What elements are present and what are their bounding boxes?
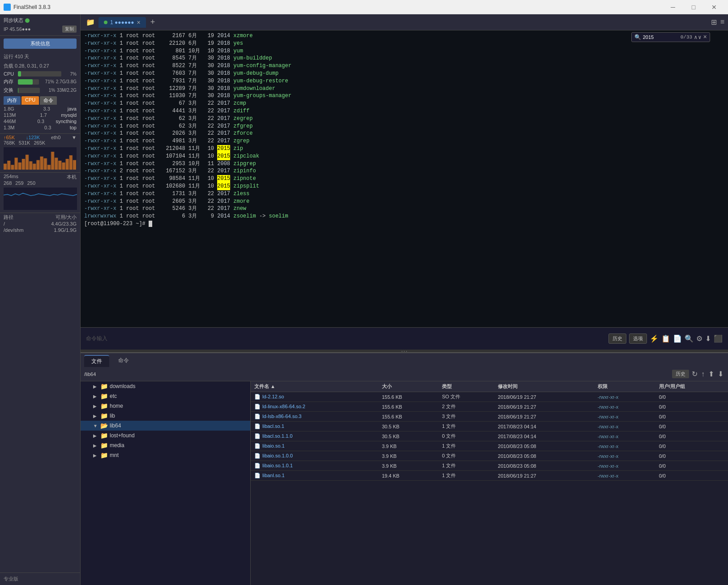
net-dropdown-icon[interactable]: ▼ [72, 135, 77, 140]
cell-owner: 0/0 [655, 392, 728, 402]
tab-close-button[interactable]: × [137, 19, 141, 26]
grid-view-icon[interactable]: ⊞ [711, 18, 717, 26]
col-type[interactable]: 类型 [438, 381, 494, 392]
folder-icon[interactable]: 📁 [84, 16, 97, 28]
tree-item-downloads[interactable]: ▶ 📁 downloads [81, 381, 250, 391]
table-row[interactable]: 📄libaio.so.1.0.0 3.9 KB 0 文件 2010/08/23 … [251, 451, 728, 461]
tree-item-lib64[interactable]: ▼ 📂 lib64 [81, 421, 250, 431]
command-actions: 历史 选项 ⚡ 📋 📄 🔍 ⚙ ⬇ ⬛ [608, 333, 723, 344]
settings-icon[interactable]: ⚙ [696, 334, 702, 343]
cell-modified: 2010/08/23 05:08 [494, 441, 594, 451]
cursor [149, 221, 152, 227]
minimize-button[interactable]: ─ [663, 0, 683, 14]
tree-item-lib[interactable]: ▶ 📁 lib [81, 411, 250, 421]
tab-cmd[interactable]: 命令 [40, 96, 57, 105]
cpu-label: CPU [4, 71, 16, 77]
latency-values: 268 259 250 [4, 180, 77, 186]
filename: yum-debug-restore [233, 77, 288, 85]
tree-item-mnt[interactable]: ▶ 📁 mnt [81, 450, 250, 460]
cell-size: 30.5 KB [378, 431, 438, 441]
download-icon[interactable]: ⬇ [705, 334, 711, 343]
table-row[interactable]: 📄libacl.so.1 30.5 KB 1 文件 2017/08/23 04:… [251, 422, 728, 431]
file-toolbar: /lib64 历史 ↻ ↑ ⬆ ⬇ [81, 367, 728, 381]
table-row[interactable]: 📄ld-linux-x86-64.so.2 155.6 KB 2 文件 2018… [251, 402, 728, 412]
terminal-line: -rwxr-xr-x 1 root root 2026 3月 22 2017 z… [84, 130, 724, 137]
cell-filename: 📄ld-2.12.so [251, 392, 378, 402]
table-row[interactable]: 📄ld-2.12.so 155.6 KB SO 文件 2018/06/19 21… [251, 392, 728, 402]
add-tab-button[interactable]: + [148, 17, 158, 28]
tab-cpu[interactable]: CPU [21, 96, 39, 105]
list-view-icon[interactable]: ≡ [720, 18, 724, 26]
terminal[interactable]: 🔍 0/33 ∧ ∨ × -rwxr-xr-x 1 root root 2167… [81, 30, 728, 327]
options-button[interactable]: 选项 [629, 333, 647, 344]
tree-arrow: ▶ [93, 433, 98, 438]
folder-open-icon: 📂 [100, 422, 108, 429]
swap-pct-value: 1% [42, 88, 55, 93]
maximize-button[interactable]: □ [683, 0, 704, 14]
cell-perms: -rwxr-xr-x [594, 392, 655, 402]
cell-size: 155.6 KB [378, 412, 438, 422]
col-filename[interactable]: 文件名 ▲ [251, 381, 378, 392]
tree-item-media[interactable]: ▶ 📁 media [81, 440, 250, 450]
lightning-icon[interactable]: ⚡ [650, 334, 659, 343]
cell-type: 1 文件 [438, 461, 494, 471]
terminal-line: -rwxr-xr-x 1 root root 2953 10月 11 2008 … [84, 160, 724, 168]
refresh-icon[interactable]: ↻ [691, 369, 698, 379]
col-owner[interactable]: 用户/用户组 [655, 381, 728, 392]
proc-item: 1.8G 3.3 java [4, 106, 77, 112]
cell-modified: 2018/06/19 21:27 [494, 392, 594, 402]
tree-arrow: ▶ [93, 404, 98, 409]
file-content: ▶ 📁 downloads ▶ 📁 etc ▶ [81, 381, 728, 585]
download-file-icon[interactable]: ⬇ [717, 369, 724, 379]
tab-mem[interactable]: 内存 [4, 96, 21, 105]
tab-commands[interactable]: 命令 [111, 355, 136, 367]
file-history-button[interactable]: 历史 [672, 370, 689, 378]
tab-files[interactable]: 文件 [84, 355, 109, 367]
cell-perms: -rwxr-xr-x [594, 471, 655, 481]
filename: zipcloak [233, 153, 259, 160]
folder-icon: 📁 [100, 452, 108, 459]
upload-icon[interactable]: ↑ [700, 369, 706, 379]
table-row[interactable]: 📄libanl.so.1 19.4 KB 1 文件 2018/06/19 21:… [251, 471, 728, 481]
copy-ip-button[interactable]: 复制 [62, 26, 77, 33]
search-close-button[interactable]: × [703, 34, 707, 41]
session-tab[interactable]: 1 ●●●●●● × [98, 17, 146, 28]
history-button[interactable]: 历史 [608, 333, 626, 344]
clipboard-icon[interactable]: 📋 [661, 334, 670, 343]
table-row[interactable]: 📄libaio.so.1 3.9 KB 1 文件 2010/08/23 05:0… [251, 441, 728, 451]
search-next[interactable]: ∨ [698, 34, 701, 41]
search-icon: 🔍 [634, 34, 641, 41]
cell-filename: 📄libacl.so.1.1.0 [251, 431, 378, 441]
search-prev[interactable]: ∧ [694, 34, 697, 41]
filename: zsoelim [233, 213, 256, 220]
cell-type: 1 文件 [438, 471, 494, 481]
col-perms[interactable]: 权限 [594, 381, 655, 392]
close-button[interactable]: ✕ [704, 0, 724, 14]
load-label: 负载 0.28, 0.31, 0.27 [0, 62, 80, 70]
filename: zgrep [233, 137, 249, 145]
command-input[interactable] [111, 336, 605, 342]
mem-row: 内存 71% 2.7G/3.8G [0, 77, 80, 86]
terminal-line: -rwxr-xr-x 1 root root 11030 7月 30 2018 … [84, 92, 724, 100]
table-row[interactable]: 📄ld-lsb-x86-64.so.3 155.6 KB 3 文件 2018/0… [251, 412, 728, 422]
col-size[interactable]: 大小 [378, 381, 438, 392]
col-modified[interactable]: 修改时间 [494, 381, 594, 392]
tree-item-etc[interactable]: ▶ 📁 etc [81, 391, 250, 401]
mem-size: 2.7G/3.8G [56, 79, 77, 84]
filename: yum-builddep [233, 55, 272, 62]
document-icon[interactable]: 📄 [673, 334, 682, 343]
window-icon[interactable]: ⬛ [714, 334, 723, 343]
terminal-line: -rwxr-xr-x 1 root root 107104 11月 10 201… [84, 153, 724, 160]
session-name: 1 ●●●●●● [110, 19, 134, 26]
search-cmd-icon[interactable]: 🔍 [685, 334, 694, 343]
sysinfo-button[interactable]: 系统信息 [4, 38, 77, 49]
table-row[interactable]: 📄libaio.so.1.0.1 3.9 KB 1 文件 2010/08/23 … [251, 461, 728, 471]
tree-item-lost-found[interactable]: ▶ 📁 lost+found [81, 431, 250, 440]
upload2-icon[interactable]: ⬆ [707, 369, 715, 379]
cpu-value: 7% [63, 72, 77, 77]
table-row[interactable]: 📄libacl.so.1.1.0 30.5 KB 0 文件 2017/08/23… [251, 431, 728, 441]
terminal-line: -rwxr-xr-x 1 root root 1731 3月 22 2017 z… [84, 190, 724, 198]
search-input[interactable] [643, 34, 679, 40]
tree-item-home[interactable]: ▶ 📁 home [81, 401, 250, 411]
terminal-line: -rwxr-xr-x 1 root root 8545 7月 30 2018 y… [84, 55, 724, 62]
